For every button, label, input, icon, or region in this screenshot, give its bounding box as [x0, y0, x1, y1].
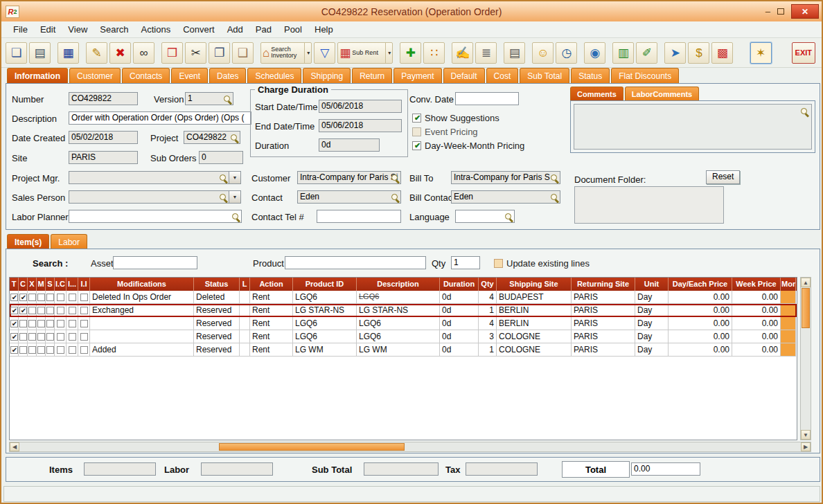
- scroll-down-icon[interactable]: ▼: [801, 430, 811, 440]
- event-pricing-checkbox[interactable]: Event Pricing: [412, 127, 478, 137]
- menu-pool[interactable]: Pool: [278, 23, 308, 36]
- row-checkbox[interactable]: [10, 320, 18, 327]
- comments-textarea[interactable]: [574, 104, 812, 150]
- row-checkbox[interactable]: [28, 333, 36, 341]
- sub-rent-button[interactable]: ▦Sub Rent▾: [337, 42, 393, 64]
- row-checkbox[interactable]: [46, 333, 54, 341]
- bill-to-field[interactable]: Intra-Company for Paris S: [451, 171, 560, 184]
- checkbox-icon[interactable]: [412, 141, 421, 150]
- delete-icon[interactable]: ✖: [109, 42, 131, 64]
- checkbox-icon[interactable]: [412, 114, 421, 123]
- search-magnifier-icon[interactable]: [218, 173, 228, 183]
- column-header-month-price[interactable]: Month Price: [781, 278, 796, 291]
- search-magnifier-icon[interactable]: [390, 192, 400, 202]
- scroll-left-icon[interactable]: ◀: [10, 442, 19, 451]
- column-header-t[interactable]: T: [10, 278, 19, 291]
- menu-file[interactable]: File: [7, 23, 34, 36]
- row-checkbox[interactable]: [19, 307, 27, 314]
- menu-pad[interactable]: Pad: [249, 23, 278, 36]
- add-item-icon[interactable]: ✚: [400, 42, 421, 64]
- menu-actions[interactable]: Actions: [135, 23, 177, 36]
- row-checkbox[interactable]: [37, 333, 45, 341]
- column-header-i-i[interactable]: I.I: [78, 278, 90, 291]
- vertical-scrollbar[interactable]: ▲ ▼: [800, 277, 811, 440]
- search-magnifier-icon[interactable]: [799, 107, 809, 116]
- binoculars-icon[interactable]: ∞: [133, 42, 154, 64]
- cut-page-icon[interactable]: ❒: [161, 42, 183, 64]
- column-header-c[interactable]: C: [19, 278, 28, 291]
- row-checkbox[interactable]: [10, 307, 18, 314]
- maximize-button[interactable]: [777, 6, 784, 17]
- row-checkbox[interactable]: [19, 346, 27, 354]
- tab-sub-total[interactable]: Sub Total: [520, 68, 569, 83]
- column-header-modifications[interactable]: Modifications: [90, 278, 194, 291]
- contact-tel-field[interactable]: [317, 210, 401, 223]
- tab-shipping[interactable]: Shipping: [303, 68, 351, 83]
- row-checkbox[interactable]: [57, 294, 64, 301]
- column-header-s[interactable]: S: [46, 278, 55, 291]
- site-field[interactable]: PARIS: [69, 151, 138, 164]
- search-magnifier-icon[interactable]: [549, 173, 559, 183]
- row-checkbox[interactable]: [37, 307, 45, 314]
- menu-view[interactable]: View: [62, 23, 94, 36]
- row-checkbox[interactable]: [28, 294, 36, 301]
- search-magnifier-icon[interactable]: [231, 212, 240, 222]
- sales-person-field[interactable]: [69, 190, 229, 204]
- version-field[interactable]: 1: [185, 92, 233, 105]
- cubes-icon[interactable]: ▩: [711, 42, 733, 64]
- day-week-month-pricing-checkbox[interactable]: Day-Week-Month Pricing: [412, 141, 524, 151]
- column-header-description[interactable]: Description: [357, 278, 440, 291]
- search-magnifier-icon[interactable]: [549, 192, 559, 202]
- edit-note-icon[interactable]: ✍: [452, 42, 473, 64]
- row-checkbox[interactable]: [69, 346, 76, 354]
- tab-status[interactable]: Status: [571, 68, 610, 83]
- search-magnifier-icon[interactable]: [504, 212, 513, 222]
- column-header-week-price[interactable]: Week Price: [732, 278, 781, 291]
- tab-customer[interactable]: Customer: [69, 68, 121, 83]
- table-row[interactable]: ExchangedReservedRentLG STAR-NSLG STAR-N…: [10, 304, 797, 317]
- project-mgr-field[interactable]: [69, 171, 229, 184]
- checkbox-icon[interactable]: [412, 127, 421, 136]
- tab-items[interactable]: Item(s): [7, 234, 49, 249]
- show-suggestions-checkbox[interactable]: Show Suggestions: [412, 113, 499, 123]
- tab-labor[interactable]: Labor: [51, 234, 87, 249]
- row-checkbox[interactable]: [69, 307, 76, 314]
- row-checkbox[interactable]: [57, 346, 64, 354]
- sub-orders-field[interactable]: 0: [199, 151, 243, 164]
- edit-pencil-icon[interactable]: ✎: [86, 42, 107, 64]
- row-checkbox[interactable]: [80, 346, 88, 354]
- menu-convert[interactable]: Convert: [177, 23, 221, 36]
- row-checkbox[interactable]: [69, 294, 76, 301]
- copy-icon[interactable]: ❐: [209, 42, 230, 64]
- export-icon[interactable]: ➤: [664, 42, 686, 64]
- labor-planner-field[interactable]: [69, 210, 242, 223]
- tab-dates[interactable]: Dates: [209, 68, 246, 83]
- wand-icon[interactable]: ✶: [750, 42, 772, 64]
- scrollbar-thumb[interactable]: [219, 443, 405, 451]
- column-header-x[interactable]: X: [28, 278, 37, 291]
- column-header-unit[interactable]: Unit: [635, 278, 669, 291]
- tab-event[interactable]: Event: [171, 68, 208, 83]
- chevron-down-icon[interactable]: ▼: [229, 190, 241, 204]
- row-checkbox[interactable]: [37, 320, 45, 327]
- sales-person-combo[interactable]: ▼: [69, 190, 241, 204]
- tab-return[interactable]: Return: [352, 68, 392, 83]
- contact-field[interactable]: Eden: [297, 190, 401, 204]
- product-input[interactable]: [285, 256, 426, 269]
- customer-field[interactable]: Intra-Company for Paris Si: [297, 171, 401, 184]
- row-checkbox[interactable]: [10, 294, 18, 301]
- column-header-qty[interactable]: Qty: [479, 278, 497, 291]
- column-header-i-[interactable]: I...: [67, 278, 78, 291]
- menu-help[interactable]: Help: [308, 23, 339, 36]
- scroll-right-icon[interactable]: ▶: [801, 442, 811, 451]
- paste-icon[interactable]: ❑: [232, 42, 254, 64]
- qty-input[interactable]: 1: [451, 256, 480, 269]
- menu-add[interactable]: Add: [221, 23, 249, 36]
- row-checkbox[interactable]: [46, 294, 54, 301]
- exit-button[interactable]: EXIT: [792, 42, 815, 64]
- chevron-down-icon[interactable]: ▼: [229, 171, 241, 184]
- row-checkbox[interactable]: [19, 320, 27, 327]
- column-header-status[interactable]: Status: [194, 278, 240, 291]
- save-icon[interactable]: ▦: [57, 42, 79, 64]
- number-field[interactable]: CO429822: [69, 92, 138, 105]
